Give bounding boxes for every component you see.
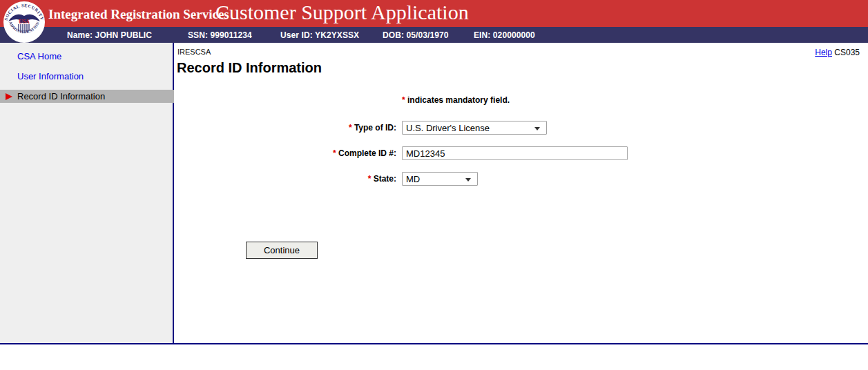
- user-info-bar: Name: JOHN PUBLIC SSN: 999011234 User ID…: [0, 27, 868, 43]
- mandatory-note-text: indicates mandatory field.: [407, 95, 510, 105]
- complete-id-label: * Complete ID #:: [174, 148, 396, 158]
- required-asterisk: *: [368, 174, 372, 184]
- seal-usa-text: USA: [19, 19, 30, 25]
- page-title: Record ID Information: [177, 60, 322, 76]
- help-link[interactable]: Help: [815, 48, 832, 57]
- user-ein: EIN: 020000000: [474, 30, 535, 40]
- page-application-title: Customer Support Application: [215, 1, 469, 24]
- state-select[interactable]: MD: [402, 172, 478, 186]
- complete-id-input[interactable]: [402, 146, 628, 160]
- ssa-seal-logo: SOCIAL SECURITY ADMINISTRATION USA: [3, 1, 45, 43]
- user-dob: DOB: 05/03/1970: [383, 30, 449, 40]
- footer-whitespace: [0, 344, 868, 369]
- type-of-id-row: * Type of ID: U.S. Driver's License: [174, 121, 547, 135]
- customer-support-application: { "header": { "app_name": "Integrated Re…: [0, 0, 868, 370]
- main-panel: IRESCSA Help CS035 Record ID Information…: [174, 43, 868, 343]
- user-ssn: SSN: 999011234: [188, 30, 252, 40]
- content-area: CSA Home User Information Record ID Info…: [0, 43, 868, 344]
- state-row: * State: MD: [174, 172, 478, 186]
- required-asterisk: *: [333, 148, 336, 158]
- current-page-arrow-icon: [6, 93, 12, 100]
- sidebar-item-record-id-information[interactable]: Record ID Information: [0, 90, 174, 103]
- state-selected-value: MD: [406, 174, 420, 184]
- masthead: SOCIAL SECURITY ADMINISTRATION USA Integ…: [0, 0, 868, 27]
- breadcrumb: IRESCSA: [177, 48, 211, 56]
- agency-app-name: Integrated Registration Services: [48, 7, 229, 22]
- required-asterisk: *: [402, 95, 405, 105]
- dropdown-arrow-icon: [465, 178, 471, 182]
- sidebar-item-csa-home[interactable]: CSA Home: [0, 51, 174, 61]
- dropdown-arrow-icon: [534, 127, 540, 130]
- continue-button[interactable]: Continue: [246, 242, 318, 259]
- sidebar-nav: CSA Home User Information Record ID Info…: [0, 43, 174, 343]
- sidebar-item-user-information[interactable]: User Information: [0, 71, 174, 81]
- type-of-id-label: * Type of ID:: [174, 123, 396, 133]
- user-information-link[interactable]: User Information: [0, 71, 174, 81]
- type-of-id-select[interactable]: U.S. Driver's License: [402, 121, 547, 135]
- type-of-id-selected-value: U.S. Driver's License: [406, 123, 490, 133]
- user-name: Name: JOHN PUBLIC: [67, 30, 152, 40]
- page-code: CS035: [834, 48, 860, 57]
- user-id: User ID: YK2YXSSX: [280, 30, 359, 40]
- mandatory-field-note: * indicates mandatory field.: [402, 95, 510, 105]
- complete-id-row: * Complete ID #:: [174, 146, 628, 160]
- record-id-information-label: Record ID Information: [17, 91, 105, 101]
- state-label: * State:: [174, 174, 396, 184]
- help-area: Help CS035: [815, 48, 860, 57]
- required-asterisk: *: [349, 123, 352, 133]
- csa-home-link[interactable]: CSA Home: [0, 51, 174, 61]
